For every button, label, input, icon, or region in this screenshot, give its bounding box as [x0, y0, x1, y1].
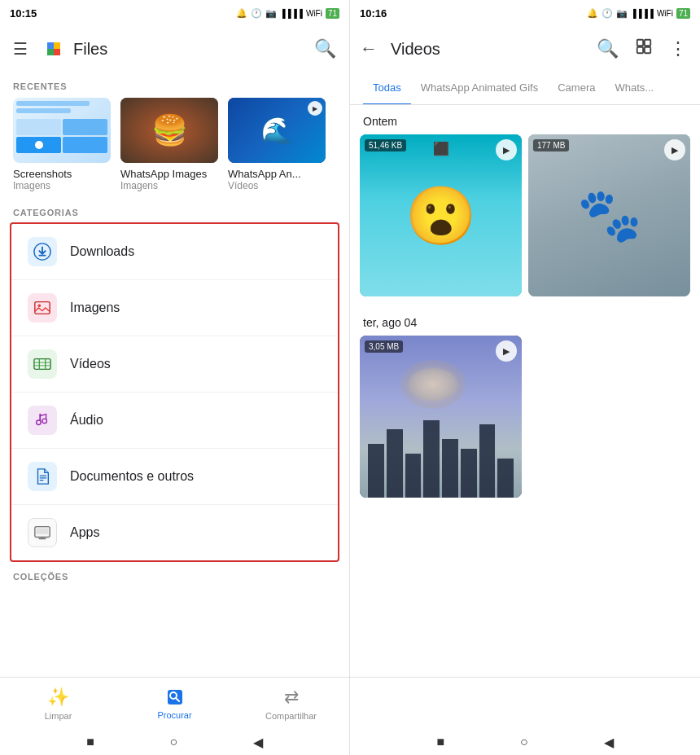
thumb-city-inner — [360, 336, 522, 498]
logo-area: Files — [41, 36, 107, 62]
recent-card-whatsapp-anim[interactable]: 🌊 ▶ WhatsApp An... Vídeos — [228, 98, 326, 191]
video-size-cloudy: 51,46 KB — [365, 139, 406, 151]
right-panel: 10:16 🔔 🕐 📷 ▐▐▐▐ WiFi 71 ← Videos 🔍 ⋮ — [350, 0, 700, 755]
category-name-docs: Documentos e outros — [70, 469, 194, 484]
thumb-cloudy-inner: 😮 ⬛ — [360, 134, 522, 296]
home-indicator-right: ■ ○ ◀ — [350, 729, 700, 755]
svg-rect-17 — [37, 529, 49, 534]
recentes-label: RECENTES — [0, 72, 349, 98]
nav-item-limpar[interactable]: ✨ Limpar — [0, 680, 116, 727]
video-thumb-cloudy[interactable]: 😮 ⬛ 51,46 KB ▶ — [360, 134, 522, 296]
left-panel: 10:15 🔔 🕐 📷 ▐▐▐▐ WiFi 71 ☰ Files — [0, 0, 350, 755]
time-right: 10:16 — [360, 7, 387, 20]
recentes-scroll: Screenshots Imagens 🍔 WhatsApp Images Im… — [0, 98, 349, 201]
recent-type-screenshots: Imagens — [13, 180, 111, 191]
category-item-audio[interactable]: Áudio — [11, 393, 338, 449]
category-name-downloads: Downloads — [70, 244, 134, 259]
bottom-nav-right — [350, 677, 700, 729]
tab-whats[interactable]: Whats... — [605, 72, 663, 105]
video-grid-ontem: 😮 ⬛ 51,46 KB ▶ 🐾 177 MB ▶ — [360, 134, 690, 296]
thumb-cat-inner: 🐾 — [528, 134, 690, 296]
triangle-btn-left[interactable]: ◀ — [253, 735, 263, 750]
play-btn-cat[interactable]: ▶ — [664, 139, 685, 160]
video-size-cat: 177 MB — [533, 139, 569, 151]
home-indicator-left: ■ ○ ◀ — [0, 729, 349, 755]
recent-card-whatsapp-images[interactable]: 🍔 WhatsApp Images Imagens — [120, 98, 218, 191]
svg-rect-6 — [34, 359, 50, 370]
recent-thumb-food: 🍔 — [120, 98, 218, 163]
header-right: ← Videos 🔍 ⋮ — [350, 26, 700, 72]
videos-icon — [28, 349, 57, 379]
svg-rect-23 — [637, 40, 643, 46]
status-bar-right: 10:16 🔔 🕐 📷 ▐▐▐▐ WiFi 71 — [350, 0, 700, 26]
video-size-city: 3,05 MB — [365, 340, 403, 353]
recent-name-whatsapp-anim: WhatsApp An... — [228, 168, 326, 180]
compartilhar-icon: ⇄ — [284, 687, 299, 708]
video-grid-ago04: 3,05 MB ▶ — [360, 336, 690, 498]
apps-icon — [28, 518, 57, 547]
nav-item-procurar[interactable]: Procurar — [116, 681, 233, 726]
recent-type-whatsapp-anim: Vídeos — [228, 180, 326, 191]
play-btn-cloudy[interactable]: ▶ — [496, 139, 517, 160]
tab-todas[interactable]: Todas — [363, 72, 411, 105]
nav-item-compartilhar[interactable]: ⇄ Compartilhar — [233, 680, 349, 727]
recent-name-whatsapp-images: WhatsApp Images — [120, 168, 218, 180]
circle-btn-left[interactable]: ○ — [169, 735, 177, 749]
category-name-apps: Apps — [70, 525, 99, 540]
category-item-videos[interactable]: Vídeos — [11, 336, 338, 393]
svg-rect-26 — [645, 47, 650, 53]
header-search-icon[interactable]: 🔍 — [314, 38, 336, 59]
header-left: ☰ Files 🔍 — [0, 26, 349, 72]
category-item-images[interactable]: Imagens — [11, 280, 338, 336]
play-badge: ▶ — [308, 101, 322, 116]
header-actions: 🔍 ⋮ — [590, 31, 693, 67]
svg-rect-4 — [35, 302, 50, 314]
svg-point-5 — [38, 304, 42, 307]
triangle-btn-right[interactable]: ◀ — [604, 735, 614, 750]
category-item-apps[interactable]: Apps — [11, 505, 338, 560]
video-thumb-city[interactable]: 3,05 MB ▶ — [360, 336, 522, 498]
procurar-icon — [165, 687, 185, 707]
square-btn-left[interactable]: ■ — [86, 735, 94, 749]
svg-point-11 — [37, 420, 42, 425]
svg-rect-24 — [645, 40, 650, 46]
videos-content: Ontem 😮 ⬛ 51,46 KB ▶ — [350, 105, 700, 677]
bottom-nav-left: ✨ Limpar Procurar ⇄ Compartilhar — [0, 677, 349, 729]
recent-name-screenshots: Screenshots — [13, 168, 111, 180]
back-button[interactable]: ← — [353, 32, 384, 66]
time-left: 10:15 — [10, 7, 37, 20]
page-title: Videos — [391, 40, 584, 59]
play-btn-city[interactable]: ▶ — [496, 340, 517, 362]
category-name-audio: Áudio — [70, 413, 103, 428]
recent-card-screenshots[interactable]: Screenshots Imagens — [13, 98, 111, 191]
colecoes-label: COLEÇÕES — [0, 562, 349, 585]
recent-thumb-anim: 🌊 ▶ — [228, 98, 326, 163]
downloads-icon — [28, 237, 57, 266]
menu-icon[interactable]: ☰ — [13, 39, 28, 59]
video-thumb-cat[interactable]: 🐾 177 MB ▶ — [528, 134, 690, 296]
category-name-images: Imagens — [70, 301, 120, 315]
square-btn-right[interactable]: ■ — [436, 735, 444, 749]
grid-button[interactable] — [628, 31, 659, 67]
app-logo — [41, 36, 67, 62]
more-button[interactable]: ⋮ — [663, 32, 693, 66]
status-icons-right: 🔔 🕐 📷 ▐▐▐▐ WiFi 71 — [587, 8, 690, 19]
app-title: Files — [73, 40, 107, 59]
compartilhar-label: Compartilhar — [265, 711, 317, 721]
category-item-downloads[interactable]: Downloads — [11, 224, 338, 280]
limpar-icon: ✨ — [47, 687, 69, 708]
category-name-videos: Vídeos — [70, 357, 111, 371]
status-icons-left: 🔔 🕐 📷 ▐▐▐▐ WiFi 71 — [236, 8, 339, 19]
recent-thumb-screenshots — [13, 98, 111, 163]
docs-icon — [28, 462, 57, 491]
categories-box: Downloads Imagens — [10, 222, 339, 562]
audio-icon — [28, 406, 57, 435]
status-bar-left: 10:15 🔔 🕐 📷 ▐▐▐▐ WiFi 71 — [0, 0, 349, 26]
tab-camera[interactable]: Camera — [548, 72, 605, 105]
search-button[interactable]: 🔍 — [590, 32, 625, 66]
category-item-docs[interactable]: Documentos e outros — [11, 449, 338, 505]
circle-btn-right[interactable]: ○ — [520, 735, 528, 749]
tab-whatsapp-gifs[interactable]: WhatsApp Animated Gifs — [411, 72, 549, 105]
limpar-label: Limpar — [45, 711, 72, 721]
svg-point-12 — [42, 419, 47, 424]
